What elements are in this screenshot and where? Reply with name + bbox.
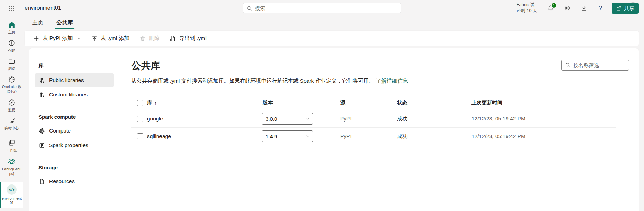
learn-more-link[interactable]: 了解详细信息 [376,78,408,84]
share-icon [616,6,622,11]
plus-icon [33,35,40,42]
nav-home[interactable]: 主页 [0,19,23,37]
tab-public-libraries[interactable]: 公共库 [55,17,74,30]
trial-status[interactable]: Fabric 试... 还剩 10 天 [516,2,538,14]
library-name: google [147,116,263,122]
realtime-icon [8,117,15,125]
version-dropdown[interactable]: 1.4.9 [262,130,313,142]
nav-monitor[interactable]: 监视 [0,96,23,115]
library-name: sqllineage [147,133,263,139]
custom-library-icon [38,92,45,98]
upload-icon [91,35,98,42]
global-search[interactable] [243,3,401,13]
add-from-yml-button[interactable]: 从 .yml 添加 [86,31,135,46]
section-header-spark-compute: Spark compute [38,114,114,120]
section-header-storage: Storage [38,165,114,170]
library-source: PyPI [340,133,397,139]
library-books-icon [38,77,45,84]
compass-icon [8,99,15,106]
col-header-status: 状态 [397,99,471,106]
nav-onelake-hub[interactable]: OneLake 数据中心 [0,73,23,96]
rail-divider [4,135,19,135]
plus-circle-icon [8,39,15,47]
chip-icon [38,128,45,134]
filter-by-name-box[interactable] [561,60,629,71]
settings-button[interactable] [562,2,573,14]
trash-icon [140,35,146,42]
chevron-down-icon [306,117,310,121]
subnav-custom-libraries[interactable]: Custom libraries [35,88,114,102]
top-bar: environment01 Fabric 试... 还剩 10 天 1 ? [0,0,644,16]
help-button[interactable]: ? [595,2,606,14]
nav-realtime-hub[interactable]: 实时中心 [0,115,23,133]
nav-browse[interactable]: 浏览 [0,55,23,73]
export-to-yml-button[interactable]: 导出到 .yml [165,31,211,46]
export-file-icon [170,35,176,42]
col-header-version: 版本 [263,99,340,106]
col-header-updated: 上次更新时间 [471,99,616,106]
subnav-public-libraries[interactable]: Public libraries [35,73,114,87]
delete-button[interactable]: 删除 [134,31,165,46]
resources-file-icon [38,178,45,185]
row-checkbox[interactable] [137,116,143,122]
row-checkbox[interactable] [137,133,143,139]
nav-environment01[interactable]: </> environment01 [0,182,23,208]
help-icon: ? [599,4,602,12]
search-icon [247,6,252,11]
search-input[interactable] [255,5,397,11]
sort-ascending-icon: ↑ [154,100,157,106]
page-title: 公共库 [131,59,628,72]
tab-home[interactable]: 主页 [31,17,45,30]
downloads-button[interactable] [578,2,590,14]
environment-switcher[interactable]: environment01 [25,5,68,11]
filter-input[interactable] [573,62,625,68]
chevron-down-icon [64,6,68,10]
content-card: 库 Public libraries Custom libraries Spar… [29,48,639,211]
toolbar: 从 PyPI 添加 从 .yml 添加 删除 导出到 .yml [25,31,639,46]
subnav-spark-properties[interactable]: Spark properties [35,138,114,152]
library-status: 成功 [397,133,471,140]
table-header-row: 库 ↑ 版本 源 状态 上次更新时间 [131,96,616,110]
left-nav-rail: 主页 创建 浏览 OneLake 数据中心 监视 实时中心 工作区 Fabric… [0,16,23,211]
chevron-down-icon [77,36,81,40]
home-icon [8,21,15,29]
page-description: 从公共存储库或 .yml 文件搜索和添加库。如果在此环境中运行笔记本或 Spar… [131,77,628,85]
filter-search-icon [565,62,570,68]
share-button[interactable]: 共享 [612,3,639,14]
add-from-pypi-button[interactable]: 从 PyPI 添加 [28,31,86,46]
chevron-down-icon [306,134,310,138]
section-header-libraries: 库 [38,63,114,69]
onelake-icon [8,76,15,83]
public-libraries-panel: 公共库 从公共存储库或 .yml 文件搜索和添加库。如果在此环境中运行笔记本或 … [119,48,639,211]
library-status: 成功 [397,115,471,123]
col-header-source: 源 [340,99,397,106]
properties-list-icon [38,142,45,149]
library-updated: 12/12/23, 05:19:42 PM [471,133,616,139]
col-header-library[interactable]: 库 ↑ [147,99,263,106]
notification-badge: 1 [551,2,557,8]
download-icon [581,5,587,11]
item-tab-row: 主页 公共库 [23,16,644,30]
table-row: google 3.0.0 PyPI 成功 12/12/23, 05:19:42 … [131,110,616,128]
select-all-checkbox[interactable] [137,100,143,106]
table-row: sqllineage 1.4.9 PyPI 成功 12/12/23, 05:19… [131,128,616,145]
people-group-icon [8,157,16,166]
workspaces-icon [8,139,15,147]
rail-divider [4,180,19,180]
version-dropdown[interactable]: 3.0.0 [262,113,313,125]
nav-fabric-groups[interactable]: Fabric(Groups) [0,155,23,178]
environment-name: environment01 [25,5,61,11]
environment-subnav: 库 Public libraries Custom libraries Spar… [29,48,119,211]
subnav-compute[interactable]: Compute [35,124,114,138]
code-icon: </> [7,184,17,195]
library-updated: 12/12/23, 05:19:42 PM [471,116,616,122]
folder-icon [8,57,15,65]
nav-create[interactable]: 创建 [0,37,23,55]
gear-icon [564,4,571,11]
subnav-resources[interactable]: Resources [35,175,114,188]
library-source: PyPI [340,116,397,122]
nav-workspaces[interactable]: 工作区 [0,137,23,155]
libraries-table: 库 ↑ 版本 源 状态 上次更新时间 google 3.0.0 PyPI [131,96,616,145]
notifications-button[interactable]: 1 [545,2,557,14]
app-launcher-icon[interactable] [5,2,17,14]
